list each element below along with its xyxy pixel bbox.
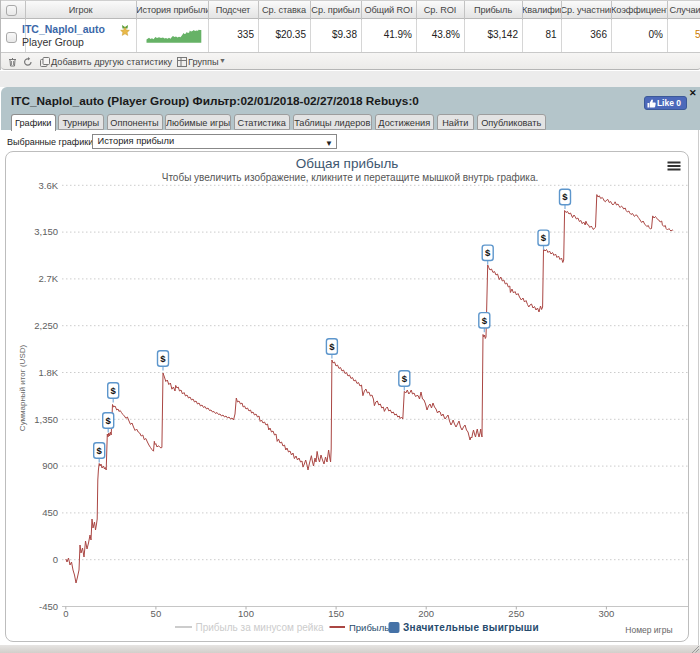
svg-text:$: $: [111, 385, 117, 396]
svg-text:250: 250: [508, 608, 524, 619]
svg-text:1,350: 1,350: [34, 414, 58, 425]
svg-text:$: $: [562, 191, 568, 202]
svg-text:$: $: [482, 315, 488, 326]
svg-text:1.8K: 1.8K: [38, 367, 58, 378]
svg-text:200: 200: [418, 608, 434, 619]
svg-text:Суммарный итог (USD): Суммарный итог (USD): [18, 345, 27, 432]
svg-text:Общая прибыль: Общая прибыль: [296, 156, 399, 171]
svg-text:$: $: [402, 373, 408, 384]
svg-text:3,150: 3,150: [34, 226, 58, 237]
svg-text:0: 0: [63, 608, 68, 619]
svg-text:50: 50: [151, 608, 162, 619]
svg-text:450: 450: [42, 507, 58, 518]
svg-text:100: 100: [238, 608, 254, 619]
svg-text:$: $: [97, 445, 103, 456]
svg-text:$: $: [329, 341, 335, 352]
svg-text:$: $: [106, 415, 112, 426]
svg-text:Чтобы увеличить изображение, к: Чтобы увеличить изображение, кликните и …: [162, 172, 539, 183]
svg-text:Прибыль за минусом рейка: Прибыль за минусом рейка: [196, 622, 325, 633]
svg-text:150: 150: [328, 608, 344, 619]
svg-text:0: 0: [53, 554, 58, 565]
svg-text:2.7K: 2.7K: [38, 273, 58, 284]
svg-text:$: $: [160, 353, 166, 364]
svg-text:Прибыль: Прибыль: [349, 622, 389, 633]
svg-text:900: 900: [42, 460, 58, 471]
svg-text:$: $: [485, 247, 491, 258]
svg-text:3.6K: 3.6K: [38, 180, 58, 191]
svg-text:Значительные выигрыши: Значительные выигрыши: [403, 622, 539, 633]
svg-text:300: 300: [598, 608, 614, 619]
svg-text:Номер игры: Номер игры: [625, 625, 672, 635]
svg-text:$: $: [541, 232, 547, 243]
svg-text:2,250: 2,250: [34, 320, 58, 331]
svg-text:-450: -450: [39, 601, 58, 612]
